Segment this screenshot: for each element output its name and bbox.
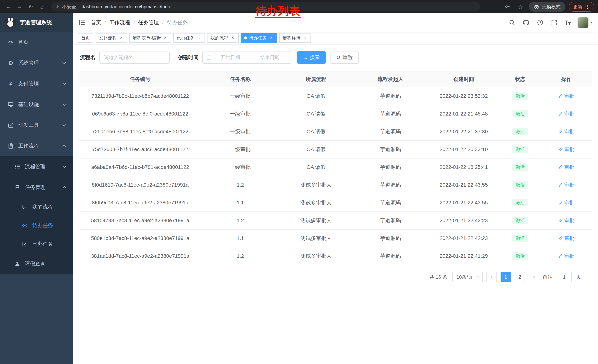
- start-date-input[interactable]: 开始日期: [213, 54, 248, 61]
- close-icon[interactable]: ×: [119, 35, 124, 40]
- cell-task-id: 8f0d1619-7ac8-11ec-a9e2-a2380e71991a: [79, 176, 202, 194]
- search-form: 流程名 创建时间 开始日期 - 结束日期 搜索 重置: [79, 51, 592, 64]
- approve-link[interactable]: 审批: [558, 253, 574, 259]
- page-size-select[interactable]: 10条/页: [452, 272, 483, 282]
- sidebar-item-my-processes[interactable]: 我的流程: [0, 198, 73, 216]
- monitor-icon: [8, 101, 14, 107]
- tab-label: 待办任务: [249, 35, 267, 41]
- sidebar-item-label: 研发工具: [18, 122, 39, 129]
- incognito-badge: 无痕模式: [529, 2, 565, 12]
- sidebar-item-task-management[interactable]: 任务管理: [0, 177, 73, 198]
- cell-process: 测试多审批人: [279, 230, 353, 247]
- sidebar-item-payment[interactable]: ¥ 支付管理: [0, 73, 73, 94]
- menu-kebab-icon[interactable]: ⋮: [585, 4, 590, 10]
- sidebar-item-todo-tasks[interactable]: 待办任务: [0, 216, 73, 235]
- back-button[interactable]: ←: [4, 2, 13, 11]
- tab-label: 已办任务: [177, 35, 194, 41]
- sidebar-collapse-icon[interactable]: [79, 19, 85, 26]
- github-icon[interactable]: [523, 19, 530, 26]
- prev-page-button[interactable]: ‹: [486, 272, 497, 282]
- tab-todo-tasks[interactable]: 待办任务 ×: [241, 33, 277, 43]
- process-name-input[interactable]: [99, 51, 170, 64]
- reset-button[interactable]: 重置: [330, 51, 359, 64]
- close-icon[interactable]: ×: [163, 35, 168, 40]
- approve-link[interactable]: 审批: [558, 146, 574, 153]
- cell-initiator: 芋道源码: [353, 194, 428, 211]
- search-button[interactable]: 搜索: [297, 51, 326, 64]
- goto-page-input[interactable]: [557, 272, 572, 282]
- sidebar-item-leave-query[interactable]: 请假查询: [0, 253, 73, 274]
- sidebar-item-label: 任务管理: [25, 184, 46, 191]
- approve-link-label: 审批: [564, 111, 574, 117]
- help-icon[interactable]: ?: [537, 19, 544, 26]
- page-content: 流程名 创建时间 开始日期 - 结束日期 搜索 重置: [73, 44, 598, 364]
- breadcrumb-home[interactable]: 首页: [91, 19, 109, 26]
- create-time-range-picker[interactable]: 开始日期 - 结束日期: [202, 51, 291, 64]
- approve-link[interactable]: 审批: [558, 164, 574, 170]
- bookmark-star-icon[interactable]: ☆: [516, 2, 525, 11]
- column-header-task-name: 任务名称: [202, 72, 279, 87]
- goto-label: 前往: [543, 274, 552, 280]
- close-icon[interactable]: ×: [269, 35, 274, 40]
- app-logo[interactable]: 芋道管理系统: [0, 13, 73, 32]
- font-size-icon[interactable]: TT: [565, 19, 571, 26]
- password-key-icon[interactable]: [503, 2, 512, 11]
- tab-start-process[interactable]: 发起流程 ×: [96, 33, 127, 43]
- update-button[interactable]: 更新 ⋮: [569, 2, 594, 12]
- tab-home[interactable]: 首页: [78, 33, 93, 43]
- tab-done-tasks[interactable]: 已办任务 ×: [173, 33, 205, 43]
- cell-initiator: 芋道源码: [353, 159, 428, 176]
- table-row: 73211d9d-7b9b-11ec-b5b7-acde48001122 一级审…: [79, 87, 592, 105]
- next-page-button[interactable]: ›: [529, 272, 539, 282]
- sidebar-item-home[interactable]: 首页: [0, 32, 73, 53]
- status-badge: 激活: [512, 163, 528, 171]
- security-label: 不安全: [62, 4, 76, 10]
- approve-link[interactable]: 审批: [558, 235, 574, 242]
- approve-link-label: 审批: [564, 128, 574, 135]
- approve-link[interactable]: 审批: [558, 199, 574, 206]
- column-header-process: 所属流程: [279, 72, 353, 87]
- approve-link[interactable]: 审批: [558, 182, 574, 188]
- page-button-1[interactable]: 1: [500, 272, 511, 282]
- home-button[interactable]: ⌂: [37, 2, 47, 11]
- end-date-input[interactable]: 结束日期: [252, 54, 287, 61]
- cell-task-name: 1.2: [202, 176, 279, 194]
- pagination: 共 16 条 10条/页 ‹ 1 2 › 前往 页: [79, 272, 592, 282]
- incognito-icon: [533, 4, 540, 9]
- page-button-2[interactable]: 2: [515, 272, 525, 282]
- tab-process-detail[interactable]: 流程详情 ×: [279, 33, 311, 43]
- sidebar-item-label: 工作流程: [18, 142, 39, 149]
- approve-link[interactable]: 审批: [558, 217, 574, 224]
- close-icon[interactable]: ×: [302, 35, 307, 40]
- search-icon[interactable]: [508, 19, 516, 26]
- approve-link[interactable]: 审批: [558, 111, 574, 117]
- approve-link-label: 审批: [564, 182, 574, 188]
- forward-button[interactable]: →: [15, 2, 25, 11]
- close-icon[interactable]: ×: [230, 35, 235, 40]
- approve-link[interactable]: 审批: [558, 93, 574, 99]
- close-icon[interactable]: ×: [196, 35, 201, 40]
- cell-task-name: 一级审批: [202, 105, 279, 122]
- breadcrumb-workflow[interactable]: 工作流程: [109, 19, 138, 26]
- fullscreen-icon[interactable]: [551, 19, 558, 26]
- sidebar-item-infrastructure[interactable]: 基础设施: [0, 94, 73, 115]
- tab-process-form-edit[interactable]: 流程表单-编辑 ×: [129, 33, 171, 43]
- cell-initiator: 芋道源码: [353, 105, 428, 122]
- cell-task-id: 580e1b3d-7ac8-11ec-a9e2-a2380e71991a: [79, 230, 202, 247]
- user-avatar[interactable]: [577, 17, 589, 28]
- sidebar-item-system[interactable]: ⚙ 系统管理: [0, 53, 73, 73]
- approve-link[interactable]: 审批: [558, 128, 574, 135]
- breadcrumb-task-management[interactable]: 任务管理: [138, 19, 167, 26]
- reload-button[interactable]: ↻: [26, 2, 36, 11]
- sidebar-item-devtools[interactable]: 研发工具: [0, 115, 73, 136]
- sidebar-item-workflow[interactable]: 工作流程: [0, 136, 73, 156]
- check-square-icon: [22, 241, 28, 247]
- tab-my-processes[interactable]: 我的流程 ×: [207, 33, 239, 43]
- user-menu[interactable]: ▾: [577, 17, 592, 28]
- process-name-label: 流程名: [80, 54, 96, 61]
- cell-initiator: 芋道源码: [353, 247, 428, 265]
- chevron-down-icon: [476, 274, 479, 277]
- sidebar-item-process-management[interactable]: 流程管理: [0, 156, 73, 177]
- cell-create-time: 2022-01-21 22:43:55: [428, 176, 500, 194]
- sidebar-item-done-tasks[interactable]: 已办任务: [0, 235, 73, 253]
